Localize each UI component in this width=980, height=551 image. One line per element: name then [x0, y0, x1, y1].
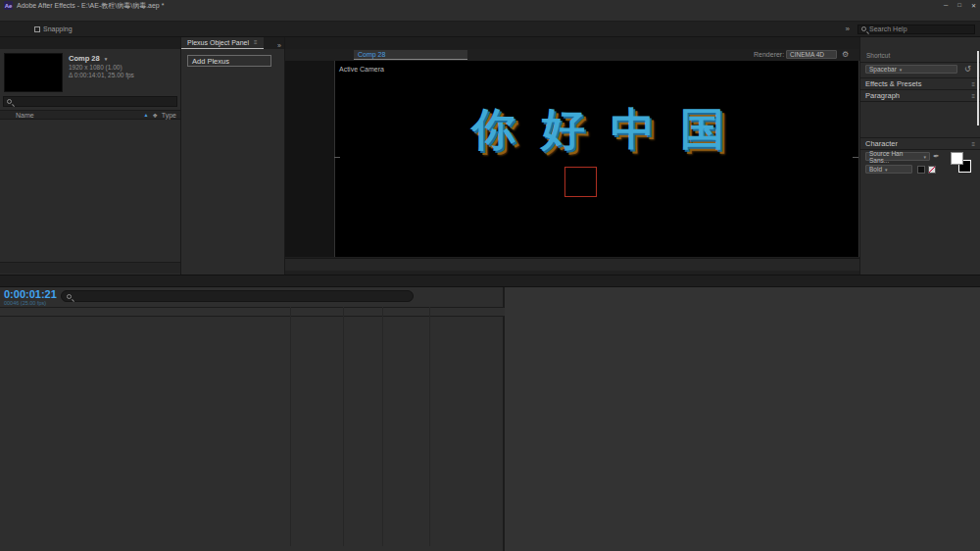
- eyedropper-icon[interactable]: ✒: [933, 153, 940, 161]
- preview-panel: Shortcut: [860, 37, 980, 63]
- column-divider: [343, 307, 344, 546]
- project-search-input[interactable]: [3, 96, 177, 107]
- character-panel-header[interactable]: Character≡: [860, 138, 980, 150]
- effects-presets-panel-header[interactable]: Effects & Presets≡: [860, 78, 980, 90]
- reset-preview-icon[interactable]: ↺: [964, 66, 971, 74]
- selection-box[interactable]: [564, 167, 597, 197]
- viewer-subbar: Comp 28 Renderer: CINEMA 4D ⚙: [285, 49, 860, 61]
- panel-menu-icon[interactable]: ≡: [971, 93, 975, 99]
- paragraph-indent-row-1: [860, 117, 980, 127]
- column-divider: [429, 307, 430, 546]
- tab-plexus-object-panel[interactable]: Plexus Object Panel≡: [181, 37, 264, 49]
- workspace-overflow-icon[interactable]: »: [846, 25, 850, 33]
- right-panel-stack: Shortcut Spacebar▾ ↺ Effects & Presets≡ …: [859, 37, 980, 275]
- project-item-list: [0, 121, 180, 261]
- project-panel: Comp 28 ▾ 1920 x 1080 (1.00) Δ 0:00:14:0…: [0, 37, 180, 275]
- after-effects-window: Ae Adobe After Effects - E:\AE-教程\病毒\病毒.…: [0, 0, 980, 551]
- comp-breadcrumb-pill[interactable]: Comp 28: [354, 50, 467, 60]
- search-icon: [861, 26, 866, 31]
- help-search-input[interactable]: Search Help: [858, 25, 975, 34]
- tab-overflow-icon[interactable]: »: [274, 42, 284, 49]
- font-style-dropdown[interactable]: Bold▾: [865, 165, 912, 174]
- composition-title-text: 你好中国: [471, 100, 750, 159]
- column-divider: [290, 307, 291, 546]
- composition-canvas[interactable]: Active Camera 你好中国: [285, 61, 860, 257]
- label-column-icon[interactable]: ❖: [152, 112, 157, 119]
- snapping-label: Snapping: [43, 25, 73, 32]
- type-column-header[interactable]: Type: [162, 112, 176, 119]
- shortcut-dropdown[interactable]: Spacebar▾: [865, 65, 957, 74]
- paragraph-panel-header[interactable]: Paragraph≡: [860, 90, 980, 102]
- viewer-toolbar: [285, 258, 860, 271]
- minimize-button[interactable]: ─: [944, 2, 948, 9]
- right-panel-scrollbar[interactable]: [977, 51, 979, 125]
- viewer-tabstrip: [285, 37, 859, 49]
- fill-stroke-swatches[interactable]: [951, 152, 974, 174]
- paragraph-indent-row-2: [860, 127, 980, 138]
- renderer-settings-icon[interactable]: ⚙: [842, 51, 849, 59]
- timeline-graph-pane[interactable]: [505, 287, 980, 551]
- app-logo-icon: Ae: [4, 1, 13, 10]
- project-comp-name[interactable]: Comp 28 ▾: [69, 54, 107, 63]
- preview-transport-controls: [860, 37, 980, 49]
- timeline-search-input[interactable]: [61, 290, 414, 302]
- shortcut-label: Shortcut: [866, 52, 890, 59]
- timeline-search-icon: [67, 294, 72, 299]
- fill-color-swatch[interactable]: [951, 152, 963, 165]
- titlebar: Ae Adobe After Effects - E:\AE-教程\病毒\病毒.…: [0, 0, 980, 11]
- renderer-label: Renderer:: [754, 51, 784, 58]
- active-camera-label: Active Camera: [339, 66, 384, 73]
- current-time-display[interactable]: 0:00:01:21: [4, 288, 57, 300]
- timeline-comp-tabstrip: [0, 275, 980, 287]
- panel-menu-icon[interactable]: ≡: [971, 81, 975, 87]
- project-list-header[interactable]: Name ▲ ❖ Type: [0, 110, 180, 120]
- character-font-rows: Source Han Sans...▾ ✒ Bold▾: [860, 150, 980, 179]
- add-plexus-button[interactable]: Add Plexus: [187, 55, 271, 67]
- comp-left-edge: [334, 61, 335, 257]
- window-title: Adobe After Effects - E:\AE-教程\病毒\病毒.aep…: [17, 1, 164, 11]
- sort-icon[interactable]: ▲: [143, 112, 148, 118]
- name-column-header[interactable]: Name: [16, 112, 34, 119]
- comp-edge-tick: [334, 157, 340, 158]
- panel-menu-icon[interactable]: ≡: [254, 39, 258, 45]
- renderer-button[interactable]: CINEMA 4D: [786, 50, 837, 59]
- font-family-dropdown[interactable]: Source Han Sans...▾: [865, 152, 930, 161]
- current-frame-display: 00046 (25.00 fps): [4, 300, 46, 306]
- comp-edge-tick: [853, 157, 858, 158]
- menubar: [0, 11, 980, 22]
- project-comp-duration: Δ 0:00:14:01, 25.00 fps: [69, 72, 134, 78]
- project-tabstrip: [0, 37, 180, 49]
- panel-menu-icon[interactable]: ≡: [971, 141, 975, 147]
- paragraph-align-buttons: [860, 102, 980, 117]
- tools-toolbar: Snapping » Search Help: [0, 22, 980, 37]
- project-preview-thumbnail: [4, 53, 63, 92]
- project-panel-footer: [0, 262, 180, 274]
- plexus-panel: Plexus Object Panel≡ » Add Plexus: [180, 37, 284, 275]
- help-search-placeholder: Search Help: [869, 25, 907, 32]
- snapping-checkbox[interactable]: [34, 26, 40, 32]
- no-stroke-swatch[interactable]: [928, 166, 936, 174]
- maximize-button[interactable]: □: [957, 2, 961, 9]
- composition-frame: [334, 61, 860, 257]
- column-divider: [382, 307, 383, 546]
- timeline-panel: 0:00:01:21 00046 (25.00 fps): [0, 287, 980, 551]
- snapping-toggle[interactable]: Snapping: [34, 25, 80, 32]
- project-search-icon: [7, 99, 12, 104]
- timeline-left-pane: 0:00:01:21 00046 (25.00 fps): [0, 287, 505, 551]
- preview-shortcut-row: Spacebar▾ ↺: [860, 63, 980, 78]
- project-comp-dimensions: 1920 x 1080 (1.00): [69, 64, 122, 71]
- composition-viewer-panel: Comp 28 Renderer: CINEMA 4D ⚙ Active Cam…: [284, 37, 859, 275]
- no-fill-swatch[interactable]: [917, 166, 925, 174]
- close-button[interactable]: ✕: [971, 2, 976, 9]
